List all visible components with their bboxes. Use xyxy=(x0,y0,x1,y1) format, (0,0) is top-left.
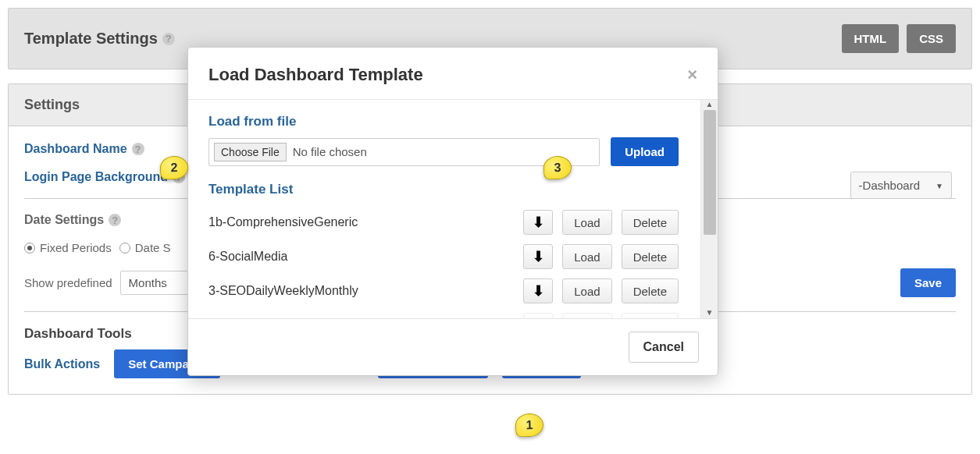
template-row: 3-SEODailyWeeklyMonthly ⬇ Load Delete xyxy=(208,274,697,308)
download-icon[interactable]: ⬇ xyxy=(523,210,553,235)
scrollbar-thumb[interactable] xyxy=(704,110,716,235)
no-file-chosen-label: No file chosen xyxy=(293,145,367,158)
chevron-down-icon: ▼ xyxy=(935,181,943,190)
template-row: 1a Comprehensive Black ⬇ Load Delete xyxy=(208,308,697,318)
template-name: 3-SEODailyWeeklyMonthly xyxy=(208,284,523,298)
template-name: 6-SocialMedia xyxy=(208,250,523,264)
load-button[interactable]: Load xyxy=(562,313,611,318)
scrollbar[interactable]: ▲ ▼ xyxy=(700,100,718,318)
download-icon[interactable]: ⬇ xyxy=(523,244,553,269)
date-radio-label: Date S xyxy=(135,241,171,254)
download-icon[interactable]: ⬇ xyxy=(523,313,553,318)
scrollbar-down-icon[interactable]: ▼ xyxy=(701,308,718,317)
css-button[interactable]: CSS xyxy=(907,24,956,53)
load-button[interactable]: Load xyxy=(562,210,611,235)
download-icon[interactable]: ⬇ xyxy=(523,278,553,303)
template-row: 6-SocialMedia ⬇ Load Delete xyxy=(208,239,697,274)
load-template-modal: Load Dashboard Template × Load from file… xyxy=(187,47,718,376)
html-button[interactable]: HTML xyxy=(842,24,900,53)
annotation-callout-1: 1 xyxy=(515,413,543,437)
dashboard-select[interactable]: -Dashboard ▼ xyxy=(850,172,952,199)
scrollbar-up-icon[interactable]: ▲ xyxy=(701,100,718,108)
template-row: 1b-ComprehensiveGeneric ⬇ Load Delete xyxy=(208,205,697,239)
help-icon[interactable]: ? xyxy=(109,214,121,226)
close-icon[interactable]: × xyxy=(687,65,697,85)
file-input[interactable]: Choose File No file chosen xyxy=(208,138,600,166)
login-page-background-label: Login Page Background xyxy=(24,170,168,184)
dashboard-name-label: Dashboard Name xyxy=(24,142,127,156)
save-button[interactable]: Save xyxy=(900,268,956,297)
upload-button[interactable]: Upload xyxy=(611,137,679,166)
delete-button[interactable]: Delete xyxy=(622,210,679,235)
template-list-title: Template List xyxy=(208,182,697,197)
bulk-actions-label: Bulk Actions xyxy=(24,357,100,371)
page-title: Template Settings xyxy=(24,30,158,48)
choose-file-button[interactable]: Choose File xyxy=(214,143,287,161)
predefined-select[interactable]: Months xyxy=(120,271,190,295)
delete-button[interactable]: Delete xyxy=(622,313,679,318)
load-button[interactable]: Load xyxy=(562,244,611,269)
cancel-button[interactable]: Cancel xyxy=(629,332,699,363)
show-predefined-label: Show predefined xyxy=(24,276,112,289)
delete-button[interactable]: Delete xyxy=(622,244,679,269)
load-button[interactable]: Load xyxy=(562,278,611,303)
fixed-periods-label: Fixed Periods xyxy=(40,241,112,254)
modal-title: Load Dashboard Template xyxy=(208,65,423,85)
fixed-periods-radio[interactable] xyxy=(24,243,35,254)
date-radio[interactable] xyxy=(119,243,130,254)
help-icon[interactable]: ? xyxy=(162,33,175,45)
help-icon[interactable]: ? xyxy=(132,143,144,155)
date-settings-label: Date Settings xyxy=(24,213,104,227)
delete-button[interactable]: Delete xyxy=(622,278,679,303)
load-from-file-title: Load from file xyxy=(208,114,697,129)
template-name: 1b-ComprehensiveGeneric xyxy=(208,215,523,229)
